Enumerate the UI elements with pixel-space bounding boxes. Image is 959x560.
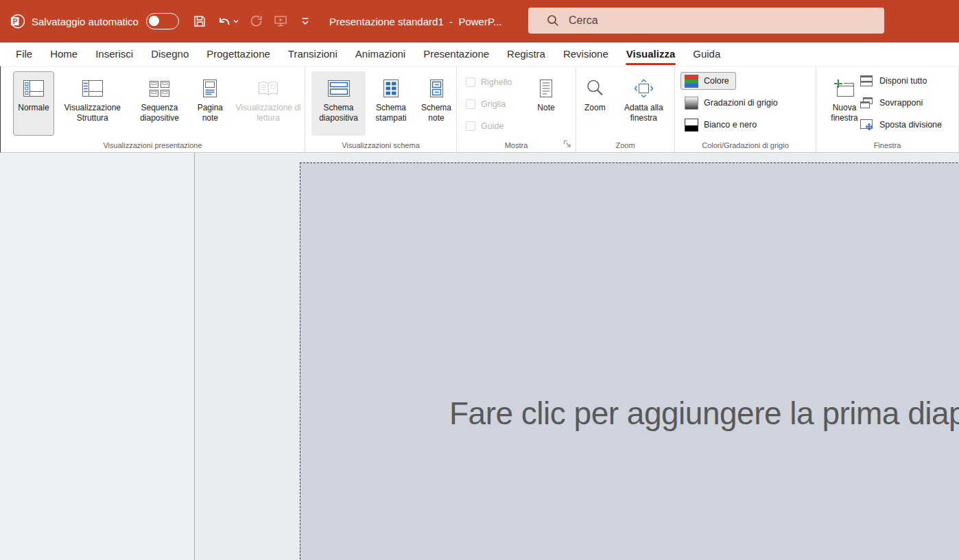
titlebar: P Salvataggio automatico Presentazione s… [0,0,959,42]
arrange-all-button[interactable]: Disponi tutto [855,72,934,90]
button-label: Disponi tutto [879,76,927,86]
checkbox-label: Righello [481,77,512,87]
tab-visualizza[interactable]: Visualizza [617,42,684,66]
notes-page-icon [202,76,218,100]
tab-home[interactable]: Home [41,42,86,66]
slide-thumbnail-pane[interactable] [0,153,195,560]
gridlines-checkbox[interactable] [466,99,475,109]
tab-progettazione[interactable]: Progettazione [198,42,279,66]
notes-button[interactable]: Note [527,71,565,136]
fit-to-window-button[interactable]: Adatta alla finestra [613,71,674,136]
svg-text:P: P [13,18,18,25]
cascade-icon [859,96,874,110]
slide-sorter-button[interactable]: Sequenza diapositive [131,71,189,136]
toggle-knob [149,16,159,26]
redo-button[interactable] [248,13,265,29]
reading-view-icon [257,76,280,100]
group-label: Zoom [576,141,674,149]
grayscale-button[interactable]: Gradazioni di grigio [680,94,785,112]
button-label: Note [537,103,554,113]
button-label: Pagina note [191,103,229,123]
move-split-button[interactable]: Sposta divisione [855,116,949,134]
group-label: Visualizzazioni presentazione [1,141,305,149]
button-label: Schema diapositiva [312,103,365,123]
powerpoint-logo-icon[interactable]: P [8,12,26,30]
normal-view-button[interactable]: Normale [13,71,54,136]
notes-icon [538,76,554,100]
slide-master-button[interactable]: Schema diapositiva [311,71,366,136]
button-label: Visualizzazione Struttura [57,103,128,123]
zoom-icon [584,76,605,100]
undo-button[interactable] [215,13,240,29]
search-placeholder: Cerca [569,14,598,27]
slide-sorter-icon [148,76,171,100]
grayscale-icon [685,97,698,110]
handout-master-button[interactable]: Schema stampati [368,71,414,136]
black-white-icon [685,119,698,132]
button-label: Zoom [584,103,606,113]
search-input[interactable]: Cerca [528,8,884,34]
group-label: Finestra [816,141,958,149]
guides-checkbox-row: Guide [466,120,512,132]
new-window-icon [832,76,857,100]
reading-view-button[interactable]: Visualizzazione di lettura [232,71,305,136]
start-presentation-button[interactable] [272,13,289,29]
black-white-button[interactable]: Bianco e nero [680,116,763,134]
notes-page-button[interactable]: Pagina note [190,71,230,136]
tab-disegno[interactable]: Disegno [142,42,198,66]
button-label: Colore [704,76,729,86]
powerpoint-window: P Salvataggio automatico Presentazione s… [0,0,959,560]
tab-inserisci[interactable]: Inserisci [86,42,142,66]
fit-to-window-icon [632,76,655,100]
button-label: Visualizzazione di lettura [233,103,304,123]
outline-view-button[interactable]: Visualizzazione Struttura [56,71,129,136]
ribbon: Normale Visualizzazione Struttura Sequen… [0,66,959,153]
group-zoom: Zoom Adatta alla finestra Zoom [576,66,675,152]
ribbon-tab-bar: File Home Inserisci Disegno Progettazion… [0,42,959,66]
button-label: Schema note [417,103,455,123]
button-label: Normale [18,103,49,113]
guides-checkbox[interactable] [466,121,475,131]
empty-slide-area[interactable]: Fare clic per aggiungere la prima diapos… [300,162,959,560]
tab-guida[interactable]: Guida [684,42,729,66]
tab-animazioni[interactable]: Animazioni [346,42,414,66]
search-icon [546,14,560,27]
group-mostra: Righello Griglia Guide Note [457,66,576,152]
button-label: Gradazioni di grigio [704,98,778,108]
group-label: Colori/Gradazioni di grigio [675,141,816,149]
ruler-checkbox-row: Righello [466,76,512,88]
group-visualizzazioni-schema: Schema diapositiva Schema stampati Schem… [305,66,457,152]
group-finestra: Nuova finestra Disponi tutto Sovrapponi … [816,66,959,152]
move-split-icon [859,118,874,132]
autosave-toggle[interactable] [146,13,179,29]
button-label: Adatta alla finestra [614,103,674,123]
button-label: Sequenza diapositive [132,103,188,123]
tab-transizioni[interactable]: Transizioni [279,42,346,66]
save-button[interactable] [192,14,207,29]
ruler-checkbox[interactable] [466,77,475,87]
zoom-button[interactable]: Zoom [580,71,611,136]
document-title: Presentazione standard1 - PowerP... [329,16,502,27]
group-colori: Colore Gradazioni di grigio Bianco e ner… [675,66,816,152]
arrange-all-icon [859,74,874,88]
slide-placeholder-text[interactable]: Fare clic per aggiungere la prima diapos… [449,395,959,432]
button-label: Sposta divisione [879,120,942,130]
notes-master-button[interactable]: Schema note [416,71,456,136]
tab-file[interactable]: File [7,42,41,66]
cascade-button[interactable]: Sovrapponi [855,94,930,112]
group-label: Visualizzazioni schema [305,141,456,149]
outline-view-icon [81,76,104,100]
workspace: Fare clic per aggiungere la prima diapos… [0,153,959,560]
button-label: Sovrapponi [879,98,923,108]
tab-registra[interactable]: Registra [498,42,554,66]
handout-master-icon [382,76,400,100]
customize-qat-button[interactable] [299,16,311,27]
tab-revisione[interactable]: Revisione [554,42,617,66]
normal-view-icon [22,76,45,100]
notes-master-icon [429,76,445,100]
checkbox-label: Griglia [481,99,506,109]
tab-presentazione[interactable]: Presentazione [414,42,498,66]
color-view-button[interactable]: Colore [680,72,736,90]
checkbox-label: Guide [481,121,504,131]
group-visualizzazioni-presentazione: Normale Visualizzazione Struttura Sequen… [1,66,305,152]
